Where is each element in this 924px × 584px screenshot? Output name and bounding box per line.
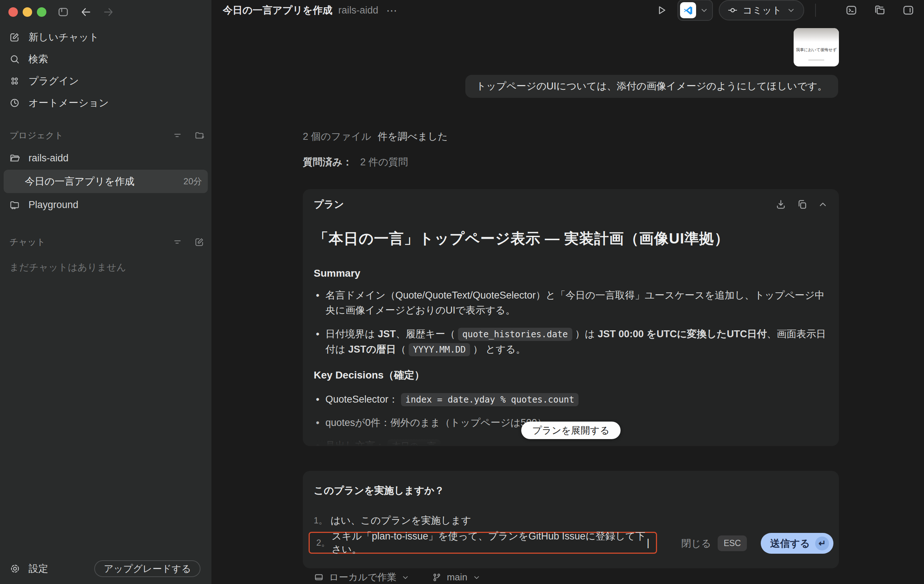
chats-section-header: チャット — [10, 236, 204, 248]
plan-key-decisions-heading: Key Decisions（確定） — [314, 368, 828, 382]
upgrade-button[interactable]: アップグレードする — [94, 560, 201, 577]
plan-card: プラン 「本日の一言」トップページ表示 — 実装計画（画像UI準拠） — [303, 189, 839, 446]
chats-header-label: チャット — [10, 236, 45, 248]
sidebar-item-plugins[interactable]: プラグイン — [4, 70, 207, 92]
sidebar-toggle-icon[interactable] — [57, 6, 69, 18]
option-run-plan[interactable]: 1。 はい、このプランを実施します — [314, 514, 828, 527]
toolbar-divider — [815, 4, 816, 17]
filter-icon[interactable] — [173, 237, 182, 247]
folder-open-icon — [10, 153, 20, 163]
chat-title: 今日の一言アプリを作成 — [223, 4, 332, 17]
thumbnail-fade — [794, 28, 839, 42]
sidebar-item-search[interactable]: 検索 — [4, 48, 207, 70]
download-icon[interactable] — [776, 199, 786, 210]
sidebar-item-label: オートメーション — [28, 96, 109, 110]
option-input-text: スキル「plan-to-issue」を使って、プランをGitHub Issueに… — [332, 530, 645, 556]
plugins-icon — [10, 76, 20, 86]
option-number: 2。 — [316, 537, 332, 549]
sidebar-item-label: 検索 — [28, 53, 48, 66]
files-count[interactable]: 2 個のファイル — [303, 131, 371, 142]
sidebar: 新しいチャット 検索 プラグイン オートメーション — [0, 0, 212, 584]
thumbnail-quote-text: 我事において後悔せず — [794, 47, 839, 53]
filter-icon[interactable] — [173, 131, 182, 140]
window-close-button[interactable] — [8, 7, 18, 17]
commit-label: コミット — [743, 4, 782, 17]
text-cursor: | — [647, 537, 649, 549]
settings-button[interactable]: 設定 — [10, 562, 48, 575]
project-label: Playground — [28, 199, 79, 211]
option-plan-to-issue-input[interactable]: 2。 スキル「plan-to-issue」を使って、プランをGitHub Iss… — [309, 532, 657, 554]
sidebar-item-label: 新しいチャット — [28, 31, 99, 44]
project-item-current-chat[interactable]: 今日の一言アプリを作成 20分 — [4, 170, 208, 193]
project-folders-icon[interactable] — [874, 4, 886, 16]
plan-bullet: 日付境界は JST、履歴キー（ quote_histories.date ）は … — [314, 327, 828, 357]
window-controls — [4, 4, 114, 20]
projects-list: rails-aidd 今日の一言アプリを作成 20分 Playground — [4, 148, 208, 215]
send-label: 送信する — [770, 537, 810, 550]
asked-label: 質問済み： — [303, 156, 352, 168]
commit-button[interactable]: コミット — [719, 0, 804, 20]
search-icon — [10, 54, 20, 64]
plan-header-label: プラン — [314, 198, 344, 211]
files-examined-status: 2 個のファイル 件を調べました — [303, 130, 448, 143]
questions-asked-status: 質問済み： 2 件の質問 — [303, 155, 408, 169]
plan-toolbar — [776, 199, 828, 210]
sidebar-item-automation[interactable]: オートメーション — [4, 92, 207, 114]
window-zoom-button[interactable] — [37, 7, 46, 17]
project-label: rails-aidd — [28, 153, 69, 164]
asked-value[interactable]: 2 件の質問 — [360, 156, 408, 168]
new-project-folder-icon[interactable] — [195, 131, 204, 140]
user-message-bubble: トップページのUIについては、添付の画像イメージのようにしてほしいです。 — [465, 75, 838, 98]
back-button[interactable] — [80, 6, 92, 18]
sidebar-footer: 設定 アップグレードする — [10, 560, 201, 577]
projects-section-header: プロジェクト — [10, 130, 204, 141]
plan-bullet: QuoteSelector： index = date.yday % quote… — [314, 391, 828, 408]
confirmation-actions: 閉じる ESC 送信する ↵ — [681, 533, 833, 554]
chats-empty-state: まだチャットはありません — [10, 261, 126, 274]
chevron-down-icon — [787, 6, 795, 15]
plan-card-header: プラン — [314, 198, 828, 211]
run-icon[interactable] — [655, 4, 667, 16]
branch-selector[interactable]: main — [432, 572, 480, 583]
confirmation-question: このプランを実施しますか？ — [314, 484, 828, 497]
terminal-icon[interactable] — [845, 4, 858, 16]
git-branch-icon — [432, 572, 442, 582]
expand-plan-button[interactable]: プランを展開する — [521, 421, 620, 439]
files-status-text: 件を調べました — [378, 131, 448, 142]
forward-button[interactable] — [102, 6, 114, 18]
plan-title: 「本日の一言」トップページ表示 — 実装計画（画像UI準拠） — [314, 229, 828, 248]
workspace-statusbar: ローカルで作業 main — [314, 571, 481, 584]
compose-icon[interactable] — [195, 237, 204, 247]
project-label: 今日の一言アプリを作成 — [25, 175, 134, 188]
collapse-plan-icon[interactable] — [818, 199, 828, 209]
attached-image-thumbnail[interactable]: 我事において後悔せず — [794, 28, 839, 66]
copy-icon[interactable] — [797, 199, 807, 210]
commit-icon — [728, 5, 738, 15]
chat-thread: 我事において後悔せず トップページのUIについては、添付の画像イメージのようにし… — [303, 20, 839, 584]
sidebar-item-new-chat[interactable]: 新しいチャット — [4, 26, 207, 48]
compose-icon — [10, 32, 20, 42]
right-panel-icon[interactable] — [902, 4, 914, 16]
main-area: 今日の一言アプリを作成 rails-aidd ⋯ — [213, 0, 924, 584]
send-button[interactable]: 送信する ↵ — [761, 533, 833, 554]
workspace-selector[interactable]: ローカルで作業 — [314, 571, 409, 584]
topbar-actions: コミット — [655, 0, 914, 21]
return-key-icon: ↵ — [815, 536, 829, 550]
close-label[interactable]: 閉じる — [681, 537, 711, 550]
project-item-rails-aidd[interactable]: rails-aidd — [4, 148, 208, 168]
projects-header-label: プロジェクト — [10, 130, 63, 141]
open-in-vscode-button[interactable] — [678, 0, 713, 21]
project-item-playground[interactable]: Playground — [4, 194, 208, 215]
sidebar-item-label: プラグイン — [28, 74, 79, 87]
window-minimize-button[interactable] — [23, 7, 32, 17]
more-options-icon[interactable]: ⋯ — [386, 4, 398, 17]
settings-label: 設定 — [28, 562, 48, 575]
chevron-down-icon — [401, 573, 409, 581]
vscode-icon — [680, 2, 696, 18]
topbar: 今日の一言アプリを作成 rails-aidd ⋯ — [213, 0, 924, 20]
chevron-down-icon — [700, 6, 708, 15]
app-window: 新しいチャット 検索 プラグイン オートメーション — [0, 0, 924, 584]
thumbnail-caption-line — [808, 59, 824, 61]
plan-summary-heading: Summary — [314, 268, 828, 279]
sidebar-nav: 新しいチャット 検索 プラグイン オートメーション — [4, 26, 207, 114]
